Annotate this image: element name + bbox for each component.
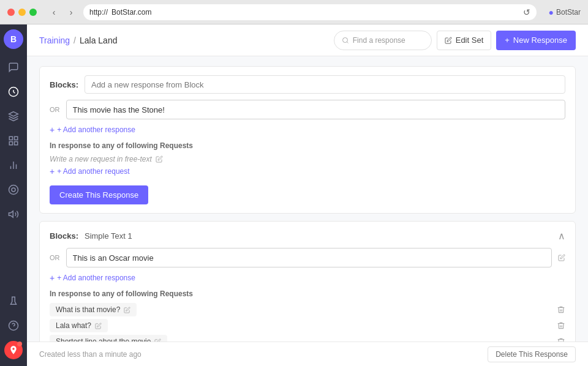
- response-input-1[interactable]: [66, 100, 566, 119]
- svg-rect-5: [15, 142, 18, 145]
- delete-response-button[interactable]: Delete This Response: [488, 346, 576, 362]
- or-label-1: OR: [50, 106, 60, 113]
- plus-icon-1: +: [50, 125, 55, 134]
- plus-icon: +: [505, 35, 510, 45]
- status-bar: Created less than a minute ago Delete Th…: [27, 342, 588, 366]
- search-box[interactable]: Find a response: [334, 31, 432, 50]
- new-response-label: New Response: [513, 35, 567, 45]
- add-request-link-1[interactable]: + + Add another request: [50, 167, 565, 176]
- edit-free-text-icon[interactable]: [156, 155, 163, 163]
- address-bar[interactable]: http:// BotStar.com ↺: [83, 4, 537, 20]
- blocks-label-2: Blocks:: [50, 231, 78, 241]
- created-text: Created less than a minute ago: [39, 350, 141, 359]
- bubble-icon[interactable]: [2, 179, 24, 201]
- edit-request-0-icon[interactable]: [124, 307, 130, 313]
- response-input-2[interactable]: [66, 248, 552, 267]
- close-traffic-light[interactable]: [7, 9, 15, 16]
- minimize-traffic-light[interactable]: [18, 9, 26, 16]
- breadcrumb: Training / Lala Land: [39, 35, 117, 45]
- svg-point-14: [342, 37, 347, 42]
- request-row-1: Lala what?: [50, 319, 565, 332]
- request-tag-1: Lala what?: [50, 319, 108, 332]
- svg-marker-1: [9, 112, 18, 117]
- help-icon[interactable]: [2, 315, 24, 337]
- svg-point-9: [9, 185, 18, 195]
- delete-request-1-icon[interactable]: [557, 321, 565, 330]
- layers-icon[interactable]: [2, 105, 24, 127]
- blocks-row: Blocks:: [50, 75, 565, 94]
- breadcrumb-training-link[interactable]: Training: [39, 35, 70, 45]
- add-request-label-1: + Add another request: [57, 167, 129, 176]
- flask-icon[interactable]: [2, 290, 24, 312]
- edit-set-label: Edit Set: [456, 35, 484, 45]
- breadcrumb-current: Lala Land: [80, 35, 118, 45]
- maximize-traffic-light[interactable]: [29, 9, 37, 16]
- request-row-0: What is that movie?: [50, 303, 565, 316]
- collapse-button[interactable]: ∧: [558, 230, 565, 242]
- edit-request-1-icon[interactable]: [95, 323, 102, 329]
- avatar[interactable]: B: [4, 29, 23, 49]
- edit-set-button[interactable]: Edit Set: [437, 31, 492, 50]
- plus-icon-2: +: [50, 274, 55, 282]
- new-response-card: Blocks: OR + + Add another response In r…: [39, 66, 576, 214]
- topbar: Training / Lala Land Find a response Edi…: [27, 24, 588, 56]
- create-response-button[interactable]: Create This Response: [50, 185, 148, 204]
- plus-icon-req-1: +: [50, 167, 55, 176]
- blocks-input[interactable]: [85, 75, 565, 94]
- request-tag-0: What is that movie?: [50, 303, 137, 316]
- svg-rect-2: [9, 136, 12, 140]
- free-text-request-row: Write a new request in free-text: [50, 155, 565, 163]
- delete-request-2-icon[interactable]: [557, 337, 565, 342]
- request-label-1: Lala what?: [56, 321, 91, 330]
- add-response-link-2[interactable]: + + Add another response: [50, 274, 565, 282]
- nav-buttons: ‹ ›: [47, 5, 78, 20]
- svg-point-10: [12, 188, 15, 192]
- reload-button[interactable]: ↺: [523, 7, 530, 17]
- add-response-link-1[interactable]: + + Add another response: [50, 125, 565, 134]
- response-row-2: OR: [50, 248, 565, 267]
- edit-icon: [445, 37, 452, 44]
- blocks-label: Blocks:: [50, 80, 78, 89]
- free-text-label: Write a new request in free-text: [50, 155, 163, 163]
- back-button[interactable]: ‹: [47, 5, 61, 20]
- svg-rect-4: [9, 142, 12, 145]
- search-placeholder: Find a response: [353, 36, 405, 45]
- svg-marker-11: [9, 211, 13, 218]
- content-area: Blocks: OR + + Add another response In r…: [27, 56, 588, 342]
- request-tag-2: Shortest line about the movie: [50, 335, 167, 342]
- breadcrumb-separator: /: [74, 35, 76, 45]
- alert-icon[interactable]: [2, 339, 24, 361]
- requests-section-label-1: In response to any of following Requests: [50, 141, 565, 150]
- edit-response-2-icon[interactable]: [558, 254, 565, 261]
- request-label-0: What is that movie?: [56, 305, 120, 314]
- existing-response-card: Blocks: Simple Text 1 ∧ OR + + Add anoth…: [39, 221, 576, 342]
- alert-badge: [17, 342, 22, 346]
- browser-logo: ● BotStar: [549, 7, 581, 17]
- request-label-2: Shortest line about the movie: [56, 337, 151, 342]
- card-header: Blocks: Simple Text 1 ∧: [50, 230, 565, 242]
- search-icon: [342, 37, 349, 44]
- megaphone-icon[interactable]: [2, 203, 24, 225]
- blocks-value: Simple Text 1: [85, 231, 132, 241]
- add-response-label-1: + Add another response: [57, 125, 135, 134]
- browser-chrome: ‹ › http:// BotStar.com ↺ ● BotStar: [0, 0, 588, 24]
- forward-button[interactable]: ›: [64, 5, 78, 20]
- sidebar: B: [0, 24, 27, 366]
- card-header-left: Blocks: Simple Text 1: [50, 231, 132, 241]
- response-row-1: OR: [50, 100, 565, 119]
- training-icon[interactable]: [2, 81, 24, 103]
- traffic-lights: [7, 9, 37, 16]
- chart-icon[interactable]: [2, 154, 24, 176]
- requests-section-label-2: In response to any of following Requests: [50, 289, 565, 298]
- svg-line-15: [347, 42, 348, 43]
- request-row-2: Shortest line about the movie: [50, 335, 565, 342]
- or-label-2: OR: [50, 254, 60, 261]
- url-prefix: http://: [89, 8, 108, 17]
- topbar-actions: Find a response Edit Set + New Response: [334, 31, 576, 50]
- add-response-label-2: + Add another response: [57, 274, 135, 282]
- delete-request-0-icon[interactable]: [557, 305, 565, 314]
- url-domain: BotStar.com: [111, 8, 151, 17]
- grid-icon[interactable]: [2, 130, 24, 152]
- new-response-button[interactable]: + New Response: [496, 31, 576, 50]
- chat-icon[interactable]: [2, 56, 24, 78]
